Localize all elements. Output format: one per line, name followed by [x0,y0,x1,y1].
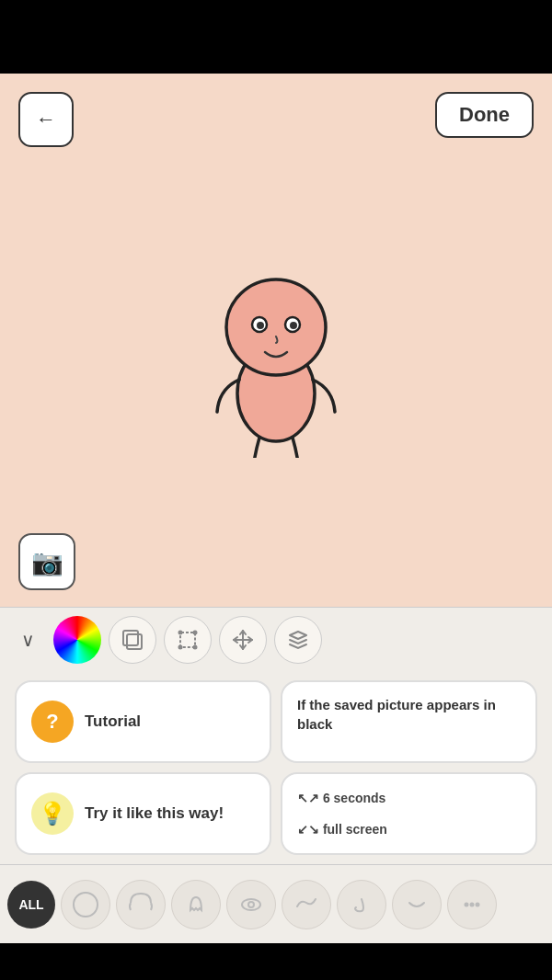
try-it-card[interactable]: 💡 Try it like this way! [15,772,271,855]
svg-point-10 [193,630,198,634]
menu-grid: ? Tutorial If the saved picture appears … [0,671,552,864]
svg-point-14 [242,899,260,910]
part-nose[interactable] [337,880,386,929]
camera-button[interactable]: 📷 [18,533,75,590]
part-eyebrow[interactable] [282,880,331,929]
lightbulb-icon: 💡 [31,792,74,835]
tutorial-card[interactable]: ? Tutorial [15,680,271,763]
black-picture-card[interactable]: If the saved picture appears in black [281,680,537,763]
part-face[interactable] [61,880,110,929]
svg-point-9 [178,630,183,634]
try-it-label: Try it like this way! [85,803,224,824]
layers-button[interactable] [109,616,156,664]
parts-bar: ALL [0,864,552,943]
svg-point-1 [226,279,326,375]
tutorial-icon: ? [31,701,74,743]
fullscreen-action1: ↖↗ 6 seconds [297,788,385,808]
svg-point-18 [476,902,480,906]
fullscreen-action2: ↙↘ full screen [297,819,387,839]
svg-point-11 [178,644,183,649]
top-bar [0,0,552,74]
svg-rect-8 [180,632,195,647]
done-button[interactable]: Done [435,92,534,138]
chevron-down-icon: ∨ [21,629,35,651]
svg-point-5 [290,322,297,329]
part-mouth[interactable] [392,880,442,929]
canvas-area: ← Done [0,74,552,607]
part-hair[interactable] [116,880,166,929]
part-more[interactable] [447,880,497,929]
all-label: ALL [18,897,43,912]
svg-point-15 [248,902,254,907]
move-button[interactable] [219,616,267,664]
part-eye[interactable] [226,880,276,929]
svg-point-16 [465,902,469,906]
color-wheel-button[interactable] [53,616,101,664]
fullscreen-card[interactable]: ↖↗ 6 seconds ↙↘ full screen [281,772,537,855]
all-parts-button[interactable]: ALL [7,881,55,929]
svg-point-12 [193,644,198,649]
back-button[interactable]: ← [18,92,74,147]
tutorial-label: Tutorial [85,712,141,732]
stack-button[interactable] [274,616,322,664]
camera-icon: 📷 [31,547,63,577]
character [184,219,368,462]
svg-point-13 [74,893,98,917]
svg-point-17 [470,902,475,906]
svg-point-3 [257,322,264,329]
svg-rect-7 [127,634,142,649]
toolbar: ∨ [0,607,552,671]
collapse-button[interactable]: ∨ [9,621,46,658]
transform-button[interactable] [164,616,212,664]
part-ghost[interactable] [171,880,221,929]
black-picture-text: If the saved picture appears in black [297,695,521,734]
svg-rect-6 [123,631,138,645]
